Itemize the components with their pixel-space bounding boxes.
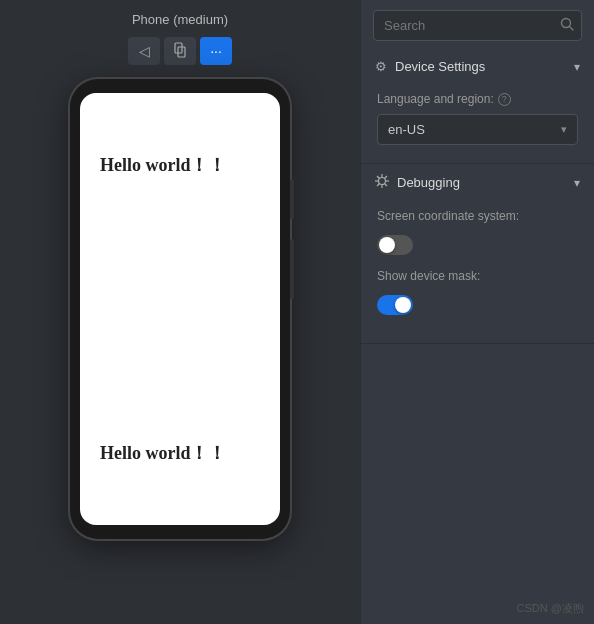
- svg-line-3: [570, 27, 574, 31]
- back-icon: ◁: [139, 43, 150, 59]
- phone-screen: Hello world！！ Hello world！！: [80, 93, 280, 525]
- more-button[interactable]: ···: [200, 37, 232, 65]
- device-settings-header[interactable]: ⚙ Device Settings ▾: [361, 49, 594, 84]
- help-icon[interactable]: ?: [498, 93, 511, 106]
- phone-device: Hello world！！ Hello world！！: [70, 79, 290, 539]
- bug-icon: [375, 174, 389, 191]
- device-label: Phone (medium): [132, 12, 228, 27]
- coord-toggle-row: Screen coordinate system:: [377, 209, 578, 255]
- search-input[interactable]: [384, 18, 552, 33]
- language-label: Language and region: ?: [377, 92, 578, 106]
- rotate-button[interactable]: [164, 37, 196, 65]
- right-panel: ⚙ Device Settings ▾ Language and region:…: [360, 0, 594, 624]
- toggle-knob: [395, 297, 411, 313]
- device-settings-section: ⚙ Device Settings ▾ Language and region:…: [361, 49, 594, 164]
- svg-line-10: [385, 176, 388, 179]
- debugging-title-row: Debugging: [375, 174, 460, 191]
- phone-text-top: Hello world！！: [100, 153, 227, 177]
- mask-toggle-row: Show device mask:: [377, 269, 578, 315]
- left-panel: Phone (medium) ◁ ··· Hello world！！ Hello…: [0, 0, 360, 624]
- svg-line-12: [385, 184, 388, 187]
- coord-label: Screen coordinate system:: [377, 209, 578, 223]
- gear-icon: ⚙: [375, 59, 387, 74]
- device-settings-title: Device Settings: [395, 59, 485, 74]
- watermark: CSDN @凌煦: [517, 601, 584, 616]
- phone-body: Hello world！！ Hello world！！: [70, 79, 290, 539]
- svg-line-11: [377, 184, 380, 187]
- svg-line-9: [377, 176, 380, 179]
- language-value: en-US: [388, 122, 425, 137]
- toolbar: ◁ ···: [128, 37, 232, 65]
- mask-toggle[interactable]: [377, 295, 413, 315]
- search-icon: [560, 17, 574, 34]
- chevron-down-icon: ▾: [561, 123, 567, 136]
- chevron-down-icon: ▾: [574, 176, 580, 190]
- phone-text-bottom: Hello world！！: [100, 441, 227, 465]
- device-settings-body: Language and region: ? en-US ▾: [361, 84, 594, 163]
- coord-toggle[interactable]: [377, 235, 413, 255]
- chevron-down-icon: ▾: [574, 60, 580, 74]
- coord-toggle-container: [377, 235, 578, 255]
- mask-toggle-container: [377, 295, 578, 315]
- toggle-knob: [379, 237, 395, 253]
- debugging-title: Debugging: [397, 175, 460, 190]
- mask-label: Show device mask:: [377, 269, 578, 283]
- device-settings-title-row: ⚙ Device Settings: [375, 59, 485, 74]
- language-dropdown[interactable]: en-US ▾: [377, 114, 578, 145]
- debugging-body: Screen coordinate system: Show device ma…: [361, 201, 594, 343]
- side-button-1: [290, 179, 294, 219]
- search-bar[interactable]: [373, 10, 582, 41]
- rotate-icon: [172, 42, 188, 61]
- back-button[interactable]: ◁: [128, 37, 160, 65]
- more-icon: ···: [210, 43, 222, 59]
- svg-point-4: [379, 178, 386, 185]
- side-button-2: [290, 239, 294, 299]
- debugging-section: Debugging ▾ Screen coordinate system: Sh: [361, 164, 594, 344]
- debugging-header[interactable]: Debugging ▾: [361, 164, 594, 201]
